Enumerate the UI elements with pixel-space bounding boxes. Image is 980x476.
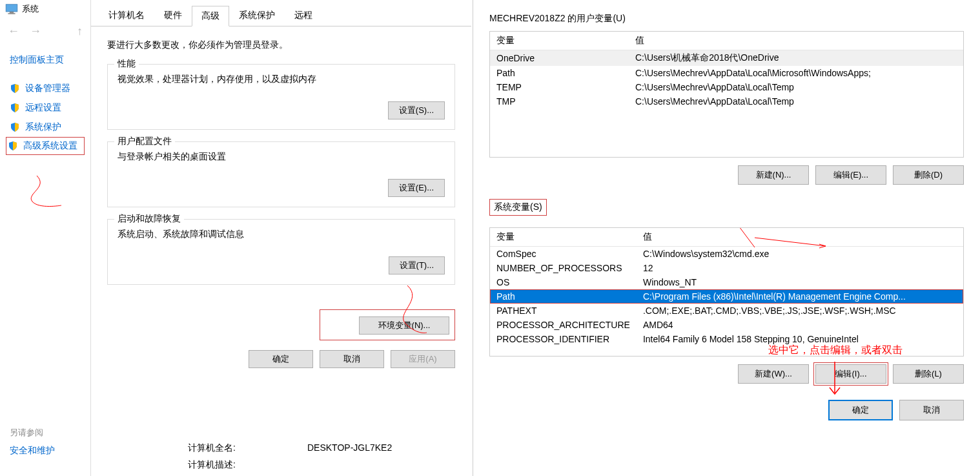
startup-group: 启动和故障恢复 系统启动、系统故障和调试信息 设置(T)... xyxy=(107,219,455,285)
svg-rect-0 xyxy=(6,5,17,12)
full-name-value: DESKTOP-JGL7KE2 xyxy=(307,442,392,454)
computer-info: 计算机全名:DESKTOP-JGL7KE2 计算机描述: xyxy=(188,440,471,476)
col-value[interactable]: 值 xyxy=(637,228,963,247)
svg-rect-1 xyxy=(10,12,14,13)
full-name-label: 计算机全名: xyxy=(188,442,307,454)
tab-computer-name[interactable]: 计算机名 xyxy=(99,5,154,26)
user-vars-table[interactable]: 变量值 OneDriveC:\Users\机械革命2018代\OneDrive … xyxy=(489,31,964,158)
env-cancel-button[interactable]: 取消 xyxy=(899,400,964,420)
user-edit-button[interactable]: 编辑(E)... xyxy=(815,165,886,185)
shield-icon xyxy=(8,141,18,151)
table-row[interactable]: TMPC:\Users\Mechrev\AppData\Local\Temp xyxy=(490,94,963,109)
sidebar-item-remote[interactable]: 远程设置 xyxy=(10,98,81,118)
startup-settings-button[interactable]: 设置(T)... xyxy=(389,256,445,274)
table-row[interactable]: PathC:\Users\Mechrev\AppData\Local\Micro… xyxy=(490,66,963,80)
sidebar-item-label: 设备管理器 xyxy=(25,83,70,94)
sidebar-item-label: 高级系统设置 xyxy=(23,140,77,152)
col-variable[interactable]: 变量 xyxy=(490,32,629,50)
profiles-group: 用户配置文件 与登录帐户相关的桌面设置 设置(E)... xyxy=(107,141,455,207)
profiles-title: 用户配置文件 xyxy=(114,136,175,147)
table-row[interactable]: PROCESSOR_IDENTIFIERIntel64 Family 6 Mod… xyxy=(490,332,963,346)
tab-remote[interactable]: 远程 xyxy=(285,5,322,26)
col-value[interactable]: 值 xyxy=(629,32,963,50)
sidebar-item-device-manager[interactable]: 设备管理器 xyxy=(10,79,81,98)
shield-icon xyxy=(10,122,20,132)
user-delete-button[interactable]: 删除(D) xyxy=(893,165,964,185)
forward-button[interactable]: → xyxy=(30,25,41,38)
window-title: 系统 xyxy=(22,3,39,15)
table-row[interactable] xyxy=(490,346,963,356)
see-also-section: 另请参阅 安全和维护 xyxy=(10,427,55,457)
performance-group: 性能 视觉效果，处理器计划，内存使用，以及虚拟内存 设置(S)... xyxy=(107,64,455,130)
startup-title: 启动和故障恢复 xyxy=(114,213,184,225)
admin-instruction: 要进行大多数更改，你必须作为管理员登录。 xyxy=(107,39,455,51)
sys-delete-button[interactable]: 删除(L) xyxy=(893,364,964,384)
sidebar-item-label: 远程设置 xyxy=(25,102,61,114)
shield-icon xyxy=(10,83,20,94)
table-row[interactable]: ComSpecC:\Windows\system32\cmd.exe xyxy=(490,247,963,262)
table-row[interactable]: OSWindows_NT xyxy=(490,275,963,289)
svg-rect-2 xyxy=(8,13,15,14)
apply-button[interactable]: 应用(A) xyxy=(391,350,455,368)
col-variable[interactable]: 变量 xyxy=(490,228,637,247)
sidebar-item-label: 系统保护 xyxy=(25,121,61,133)
see-also-title: 另请参阅 xyxy=(10,427,55,439)
desc-label: 计算机描述: xyxy=(188,459,307,471)
sys-new-button[interactable]: 新建(W)... xyxy=(738,364,809,384)
tab-row: 计算机名 硬件 高级 系统保护 远程 xyxy=(91,0,471,26)
sys-vars-label: 系统变量(S) xyxy=(489,199,547,216)
tab-protection[interactable]: 系统保护 xyxy=(229,5,285,26)
profiles-settings-button[interactable]: 设置(E)... xyxy=(388,179,445,197)
annotation-scribble xyxy=(23,174,74,213)
shield-icon xyxy=(10,103,20,113)
sys-edit-button[interactable]: 编辑(I)... xyxy=(815,364,886,384)
table-row[interactable]: TEMPC:\Users\Mechrev\AppData\Local\Temp xyxy=(490,80,963,94)
system-icon xyxy=(5,4,18,14)
window-header: 系统 xyxy=(0,0,90,18)
sidebar-item-advanced[interactable]: 高级系统设置 xyxy=(6,137,85,155)
up-button[interactable]: ↑ xyxy=(77,25,83,38)
table-row[interactable]: NUMBER_OF_PROCESSORS12 xyxy=(490,261,963,275)
tab-hardware[interactable]: 硬件 xyxy=(154,5,192,26)
nav-buttons: ← → ↑ xyxy=(0,18,90,45)
startup-desc: 系统启动、系统故障和调试信息 xyxy=(117,229,445,240)
user-new-button[interactable]: 新建(N)... xyxy=(738,165,809,185)
env-ok-button[interactable]: 确定 xyxy=(828,400,893,420)
system-properties-dialog: 计算机名 硬件 高级 系统保护 远程 要进行大多数更改，你必须作为管理员登录。 … xyxy=(90,0,471,476)
performance-title: 性能 xyxy=(114,58,139,70)
env-button-highlight: 环境变量(N)... xyxy=(320,309,455,340)
sidebar-item-protection[interactable]: 系统保护 xyxy=(10,118,81,137)
performance-desc: 视觉效果，处理器计划，内存使用，以及虚拟内存 xyxy=(117,74,445,85)
security-maintenance-link[interactable]: 安全和维护 xyxy=(10,445,55,457)
table-row[interactable]: PROCESSOR_ARCHITECTUREAMD64 xyxy=(490,318,963,332)
environment-variables-button[interactable]: 环境变量(N)... xyxy=(359,316,449,335)
cancel-button[interactable]: 取消 xyxy=(320,350,384,368)
ok-button[interactable]: 确定 xyxy=(249,350,313,368)
back-button[interactable]: ← xyxy=(8,25,19,38)
control-panel-sidebar: 系统 ← → ↑ 控制面板主页 设备管理器 远程设置 系统保护 高级系统设置 另… xyxy=(0,0,90,476)
performance-settings-button[interactable]: 设置(S)... xyxy=(388,101,445,119)
profiles-desc: 与登录帐户相关的桌面设置 xyxy=(117,151,445,163)
user-vars-label: MECHREV2018Z2 的用户变量(U) xyxy=(489,13,964,25)
sys-vars-table[interactable]: 变量值 ComSpecC:\Windows\system32\cmd.exe N… xyxy=(489,227,964,357)
environment-variables-dialog: MECHREV2018Z2 的用户变量(U) 变量值 OneDriveC:\Us… xyxy=(473,0,980,476)
table-row[interactable]: OneDriveC:\Users\机械革命2018代\OneDrive xyxy=(490,50,963,67)
tab-advanced[interactable]: 高级 xyxy=(192,6,229,26)
control-panel-home-link[interactable]: 控制面板主页 xyxy=(10,54,81,66)
table-row-path[interactable]: PathC:\Program Files (x86)\Intel\Intel(R… xyxy=(490,289,963,304)
table-row[interactable]: PATHEXT.COM;.EXE;.BAT;.CMD;.VBS;.VBE;.JS… xyxy=(490,304,963,318)
